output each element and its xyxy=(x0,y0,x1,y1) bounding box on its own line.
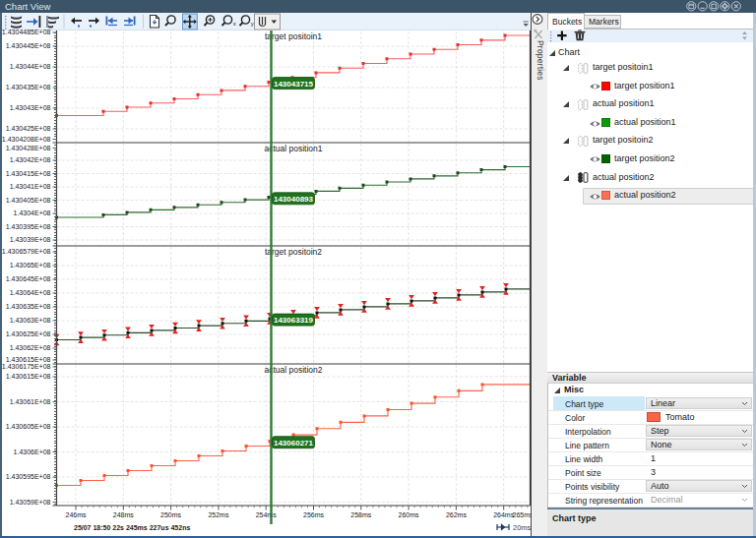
svg-text:actual position1: actual position1 xyxy=(264,144,322,153)
svg-text:1.430425E+08: 1.430425E+08 xyxy=(6,125,51,132)
svg-text:254ms: 254ms xyxy=(256,511,278,518)
svg-text:1.430395E+08: 1.430395E+08 xyxy=(6,223,51,230)
svg-text:target positoin2: target positoin2 xyxy=(265,247,322,257)
svg-text:actual position2: actual position2 xyxy=(264,365,322,375)
svg-text:143040893: 143040893 xyxy=(274,195,314,204)
svg-text:1.43042E+08: 1.43042E+08 xyxy=(10,156,51,163)
svg-text:1.430645E+08: 1.430645E+08 xyxy=(6,275,51,282)
svg-text:1.43063E+08: 1.43063E+08 xyxy=(10,317,51,324)
svg-text:264ms: 264ms xyxy=(493,511,515,518)
svg-text:20ms: 20ms xyxy=(513,523,532,532)
svg-text:256ms: 256ms xyxy=(303,511,325,518)
svg-text:258ms: 258ms xyxy=(350,511,372,518)
svg-text:1.430435E+08: 1.430435E+08 xyxy=(6,84,51,90)
svg-text:250ms: 250ms xyxy=(160,511,182,518)
svg-text:1.43064E+08: 1.43064E+08 xyxy=(10,289,51,296)
svg-text:1.430595E+08: 1.430595E+08 xyxy=(6,473,51,480)
svg-text:252ms: 252ms xyxy=(208,511,229,518)
svg-text:265ms: 265ms xyxy=(512,511,532,518)
svg-text:143063319: 143063319 xyxy=(274,316,314,325)
svg-text:1.430625E+08: 1.430625E+08 xyxy=(6,330,51,337)
svg-text:1.430415E+08: 1.430415E+08 xyxy=(6,170,51,177)
svg-text:1.43043E+08: 1.43043E+08 xyxy=(10,104,51,111)
svg-text:1.430615E+08: 1.430615E+08 xyxy=(6,373,51,380)
svg-text:1.4306579E+08: 1.4306579E+08 xyxy=(2,248,51,255)
svg-text:1.43062E+08: 1.43062E+08 xyxy=(10,344,51,351)
svg-text:1.4304208E+08: 1.4304208E+08 xyxy=(2,136,51,143)
svg-text:1.43044E+08: 1.43044E+08 xyxy=(10,63,51,70)
svg-text:1.430615E+08: 1.430615E+08 xyxy=(6,356,51,363)
svg-text:1.430428E+08: 1.430428E+08 xyxy=(6,145,51,151)
svg-text:1.43039E+08: 1.43039E+08 xyxy=(10,236,51,243)
svg-text:248ms: 248ms xyxy=(113,511,135,518)
svg-text:1.430635E+08: 1.430635E+08 xyxy=(6,303,51,310)
svg-text:1.4304E+08: 1.4304E+08 xyxy=(14,209,51,216)
svg-text:1.4304485E+08: 1.4304485E+08 xyxy=(2,29,51,35)
svg-text:25/07 18:50 22s 245ms 227us 45: 25/07 18:50 22s 245ms 227us 452ns xyxy=(74,524,190,531)
svg-text:1.4306E+08: 1.4306E+08 xyxy=(14,448,51,455)
svg-text:1.43041E+08: 1.43041E+08 xyxy=(10,183,51,190)
svg-text:1.43059E+08: 1.43059E+08 xyxy=(10,499,51,506)
svg-text:260ms: 260ms xyxy=(399,511,420,518)
svg-text:target positoin1: target positoin1 xyxy=(265,31,322,41)
svg-text:246ms: 246ms xyxy=(65,511,87,518)
svg-text:1.43065E+08: 1.43065E+08 xyxy=(10,262,51,269)
svg-text:143060271: 143060271 xyxy=(274,439,314,448)
svg-text:1.43061E+08: 1.43061E+08 xyxy=(10,398,51,405)
svg-text:1.430445E+08: 1.430445E+08 xyxy=(6,42,51,49)
svg-text:1.430405E+08: 1.430405E+08 xyxy=(6,197,51,204)
svg-text:143043715: 143043715 xyxy=(274,80,314,89)
svg-text:1.430605E+08: 1.430605E+08 xyxy=(6,423,51,430)
svg-text:262ms: 262ms xyxy=(446,511,468,518)
svg-text:1.4306175E+08: 1.4306175E+08 xyxy=(2,363,51,370)
